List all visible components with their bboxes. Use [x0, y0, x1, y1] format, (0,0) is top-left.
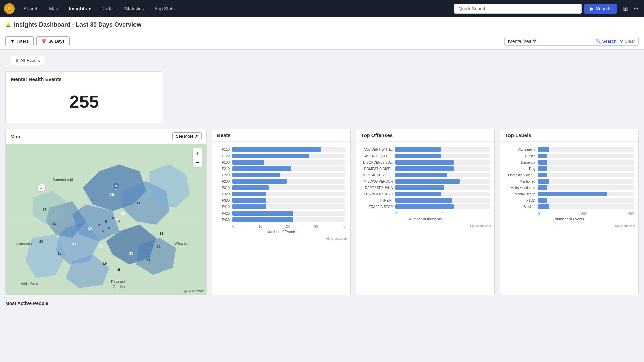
bar-label: P410	[217, 205, 230, 209]
nav-logo: 🔔	[4, 3, 15, 14]
nav-item-app-stats[interactable]: App Stats	[150, 4, 179, 13]
nav-item-insights[interactable]: Insights ▾	[64, 4, 96, 13]
bar-fill	[232, 185, 269, 190]
beats-chart-panel: Beats P110P120P130P210P220P230P310P320P3…	[212, 129, 351, 295]
bar-label: P310	[217, 186, 230, 190]
svg-text:16: 16	[88, 226, 92, 230]
bar-fill	[232, 154, 309, 158]
labels-chart-title: Top Labels	[505, 132, 531, 138]
main-content: Mental Health Events 255 Map See More ↗	[0, 71, 644, 311]
bar-label: P110	[217, 148, 230, 152]
bar-track	[232, 173, 345, 177]
axis-tick: 40	[342, 225, 345, 228]
bar-fill	[232, 204, 266, 209]
beats-chart-body: P110P120P130P210P220P230P310P320P330P410…	[212, 142, 350, 237]
svg-point-47	[112, 217, 114, 219]
quick-search-input[interactable]	[454, 4, 582, 14]
filters-button[interactable]: ▼ Filters	[5, 36, 34, 46]
nav-item-map[interactable]: Map	[44, 4, 63, 13]
stats-number: 255	[11, 85, 157, 118]
axis-tick: 0	[232, 225, 234, 228]
bar-track	[232, 192, 345, 196]
bar-track	[538, 173, 634, 177]
bar-row: MISSING PERSON	[361, 179, 489, 184]
bar-track	[538, 185, 634, 190]
charts-row: Map See More ↗	[5, 129, 639, 295]
bar-row: P320	[217, 192, 345, 196]
nav-item-statistics[interactable]: Statistics	[120, 4, 148, 13]
zoom-in-button[interactable]: +	[193, 148, 202, 158]
filter-icon: ▼	[10, 39, 15, 44]
bar-fill	[395, 173, 447, 177]
nav-item-search[interactable]: Search	[19, 4, 43, 13]
svg-text:15: 15	[43, 208, 47, 212]
bar-track	[232, 198, 345, 203]
offenses-chart-body: ACCIDENT WITH...ASSAULT (NO E...DISORDER…	[356, 142, 494, 224]
bar-track	[395, 173, 489, 177]
bar-track	[232, 147, 345, 152]
see-more-button[interactable]: See More ↗	[172, 132, 202, 140]
bar-row: THREAT	[361, 198, 489, 203]
bar-row: P210	[217, 166, 345, 171]
bar-label: Dog	[505, 167, 535, 171]
bar-label: P320	[217, 192, 230, 196]
bar-row: Autistic	[505, 154, 634, 158]
bar-row: Dog	[505, 166, 634, 171]
zoom-out-button[interactable]: −	[193, 158, 202, 167]
bar-track	[232, 211, 345, 216]
labels-x-title: Number of Events	[505, 217, 634, 221]
bar-fill	[538, 160, 548, 165]
toolbar-search-button[interactable]: 🔍 Search	[596, 39, 617, 44]
bar-label: Meds Mentioned	[505, 186, 535, 190]
nav-item-radar[interactable]: Radar	[97, 4, 119, 13]
nav-icons: ⊞ ⚙	[622, 4, 640, 14]
bar-track	[232, 185, 345, 190]
nav-search-button[interactable]: ▶ Search	[584, 4, 617, 14]
bar-label: P330	[217, 199, 230, 202]
axis-tick: 4	[488, 212, 490, 216]
bar-track	[538, 147, 634, 152]
bar-fill	[395, 179, 460, 184]
axis-tick: 400	[628, 212, 634, 216]
svg-text:11: 11	[146, 258, 150, 262]
bar-fill	[232, 147, 321, 152]
bar-label: P210	[217, 167, 230, 171]
bar-track	[395, 204, 489, 209]
days-button[interactable]: 📅 30 Days	[36, 36, 70, 46]
bar-fill	[395, 204, 454, 209]
grid-icon[interactable]: ⊞	[622, 4, 629, 14]
bar-fill	[538, 198, 548, 203]
bar-label: Dementia	[505, 161, 535, 164]
bar-label: DOMESTIC DISP...	[361, 167, 393, 171]
bar-track	[395, 166, 489, 171]
toolbar-search-icon: 🔍	[596, 39, 601, 44]
bar-row: P120	[217, 154, 345, 158]
labels-x-axis: 0200400	[505, 211, 634, 216]
bar-track	[395, 185, 489, 190]
toolbar-clear-button[interactable]: ⊘ Clear	[620, 39, 635, 44]
bar-row: P410	[217, 204, 345, 209]
bar-track	[395, 198, 489, 203]
bar-fill	[232, 192, 266, 196]
svg-text:ornersville: ornersville	[16, 241, 33, 245]
bar-track	[538, 204, 634, 209]
bar-row: SUSPICIOUS ACTI	[361, 192, 489, 196]
bar-fill	[538, 147, 549, 152]
svg-text:25: 25	[121, 211, 125, 215]
bar-fill	[232, 211, 293, 216]
svg-text:23: 23	[53, 221, 57, 225]
bar-fill	[395, 166, 454, 171]
bar-label: RAPE / SEXUAL A	[361, 186, 393, 190]
svg-text:19: 19	[103, 261, 107, 265]
page-header: 🔔 Insights Dashboard - Last 30 Days Over…	[0, 17, 644, 33]
bar-row: Domestic Violen...	[505, 173, 634, 177]
all-events-tag[interactable]: All Events	[11, 56, 45, 65]
bar-row: Alzheimer's	[505, 147, 634, 152]
settings-icon[interactable]: ⚙	[632, 4, 640, 14]
bar-label: PTSD	[505, 199, 535, 202]
bar-label: ACCIDENT WITH...	[361, 148, 393, 152]
bar-label: Suicidal	[505, 205, 535, 209]
beats-x-axis: 010203040	[217, 224, 345, 228]
toolbar-search-input[interactable]	[508, 39, 596, 44]
map-container[interactable]: 15 15 15 15 15 15 25 25 16 27 15 18 19 1…	[6, 144, 206, 295]
